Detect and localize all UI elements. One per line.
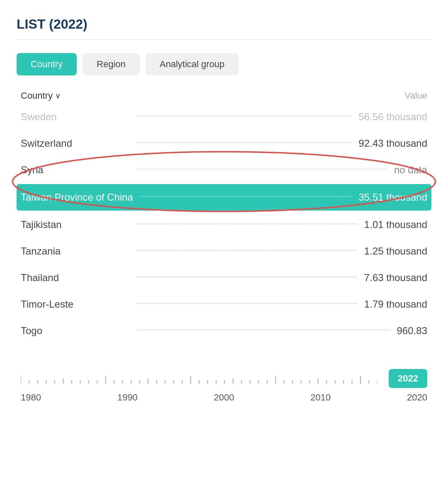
country-name: Timor-Leste: [21, 298, 129, 310]
tick-marks: [21, 374, 382, 383]
column-value-label: Value: [404, 90, 427, 101]
table-header: Country ∨ Value: [17, 90, 431, 101]
year-label-2010: 2010: [310, 392, 331, 403]
value-cell: 960.83: [397, 325, 427, 337]
tab-analytical[interactable]: Analytical group: [146, 53, 239, 75]
dotted-separator: [136, 250, 357, 251]
dotted-separator: [136, 116, 351, 116]
country-name: Thailand: [21, 272, 129, 284]
value-cell: 35.51 thousand: [359, 192, 427, 203]
tab-country[interactable]: Country: [17, 53, 77, 75]
value-cell: no data: [394, 164, 427, 176]
country-name: Togo: [21, 325, 129, 337]
value-cell: 1.25 thousand: [364, 245, 427, 257]
country-name: Taiwan Province of China: [21, 192, 133, 203]
dotted-separator: [136, 169, 387, 170]
dotted-separator: [136, 303, 357, 304]
dotted-separator: [136, 142, 351, 143]
value-cell: 1.01 thousand: [364, 219, 427, 231]
table-row[interactable]: Tanzania 1.25 thousand: [17, 238, 431, 264]
value-cell: 56.56 thousand: [359, 111, 427, 123]
country-name: Tajikistan: [21, 219, 129, 231]
year-label-1980: 1980: [21, 392, 41, 403]
table-row[interactable]: Thailand 7.63 thousand: [17, 264, 431, 291]
tab-group: Country Region Analytical group: [17, 53, 431, 75]
sort-country[interactable]: Country ∨: [21, 90, 61, 101]
value-cell: 92.43 thousand: [359, 138, 427, 149]
table-row[interactable]: Togo 960.83: [17, 318, 431, 344]
year-label-2020: 2020: [407, 392, 427, 403]
chevron-down-icon: ∨: [55, 91, 61, 100]
timeline-labels: 1980 1990 2000 2010 2020: [17, 392, 431, 403]
country-name: Switzerland: [21, 138, 129, 149]
column-country-label: Country: [21, 90, 53, 101]
value-cell: 1.79 thousand: [364, 298, 427, 310]
dotted-separator: [136, 277, 357, 277]
year-label-2000: 2000: [214, 392, 234, 403]
country-name: Tanzania: [21, 245, 129, 257]
country-name: Syria: [21, 164, 129, 176]
table-row[interactable]: Timor-Leste 1.79 thousand: [17, 291, 431, 318]
table-row[interactable]: Tajikistan 1.01 thousand: [17, 211, 431, 238]
tab-region[interactable]: Region: [83, 53, 140, 75]
value-cell: 7.63 thousand: [364, 272, 427, 284]
timeline-track: 2022: [17, 369, 431, 388]
table-row-highlighted[interactable]: Taiwan Province of China 35.51 thousand: [17, 184, 431, 211]
dotted-separator: [136, 223, 357, 224]
dotted-separator: [141, 196, 351, 197]
table-row[interactable]: Switzerland 92.43 thousand: [17, 130, 431, 157]
table-rows-container: Sweden 56.56 thousand Switzerland 92.43 …: [17, 104, 431, 344]
table-row[interactable]: Syria no data: [17, 157, 431, 183]
dotted-separator: [136, 330, 390, 330]
page-title: LIST (2022): [17, 17, 431, 32]
table-row[interactable]: Sweden 56.56 thousand: [17, 104, 431, 130]
year-badge[interactable]: 2022: [389, 369, 427, 388]
timeline-ticks: [21, 371, 377, 383]
divider: [17, 39, 431, 40]
year-label-1990: 1990: [117, 392, 138, 403]
country-name: Sweden: [21, 111, 129, 123]
timeline-section: 2022 1980 1990 2000 2010 2020: [17, 369, 431, 403]
